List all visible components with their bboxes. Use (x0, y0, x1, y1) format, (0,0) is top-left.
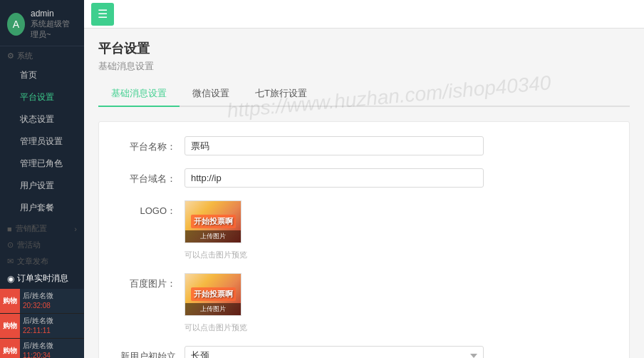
menu-toggle-button[interactable]: ☰ (91, 3, 114, 26)
domain-input[interactable] (185, 168, 484, 188)
tab-bar: 基础消息设置 微信设置 七T旅行设置 (98, 81, 630, 107)
gear-icon: ⚙ (7, 51, 14, 61)
page-wrapper: https://www.huzhan.com/ishop40340 平台设置 基… (84, 29, 644, 358)
sidebar-item-ads[interactable]: 用户套餐 (0, 197, 84, 219)
sidebar-nav: ⚙ 系统 首页 平台设置 状态设置 管理员设置 管理已角色 用户设置 用户套餐 … (0, 46, 84, 358)
notif-icon: ◉ (7, 274, 14, 284)
notif-content-2: 后/姓名微 11:20:34 (20, 339, 84, 358)
sidebar-item-platform[interactable]: 平台设置 (0, 86, 84, 108)
domain-label: 平台域名： (113, 168, 185, 185)
notif-item-0[interactable]: 购物 后/姓名微 20:32:08 (0, 289, 84, 314)
sidebar-item-users[interactable]: 用户设置 (0, 175, 84, 197)
logo-upload-btn[interactable]: 上传图片 (185, 230, 241, 242)
banner-upload-btn[interactable]: 上传图片 (185, 303, 241, 315)
logo-label: LOGO： (113, 200, 185, 218)
sidebar-section-activities: ⊙ 营活动 (0, 235, 84, 252)
main-content: ☰ https://www.huzhan.com/ishop40340 平台设置… (84, 0, 644, 358)
sidebar-header: A admin 系统超级管理员~ (0, 0, 84, 46)
platform-name-label: 平台名称： (113, 136, 185, 153)
sidebar-item-home[interactable]: 首页 (0, 64, 84, 86)
notif-item-2[interactable]: 购物 后/姓名微 11:20:34 (0, 339, 84, 358)
new-user-level-select[interactable]: 长颈 初级 中级 高级 (185, 346, 484, 358)
marketing-chevron: › (74, 225, 77, 233)
form-row-platform-name: 平台名称： (113, 136, 615, 155)
marketing-icon: ■ (7, 225, 12, 233)
banner-preview[interactable]: 开始投票啊 上传图片 (185, 273, 242, 316)
notif-content-0: 后/姓名微 20:32:08 (20, 289, 84, 313)
user-info: admin 系统超级管理员~ (31, 9, 77, 40)
banner-label: 百度图片： (113, 273, 185, 290)
sidebar-section-marketing: ■ 营销配置 › (0, 219, 84, 235)
sidebar: A admin 系统超级管理员~ ⚙ 系统 首页 平台设置 状态设置 管理员设置… (0, 0, 84, 358)
sidebar-item-roles[interactable]: 管理已角色 (0, 153, 84, 175)
form-row-domain: 平台域名： (113, 168, 615, 188)
user-role: 系统超级管理员~ (31, 19, 77, 40)
sidebar-item-mgmt[interactable]: 管理员设置 (0, 131, 84, 153)
form-row-banner: 百度图片： 开始投票啊 上传图片 可以点击图片预览 (113, 273, 615, 333)
tab-payment[interactable]: 微信设置 (180, 81, 242, 107)
banner-hint: 可以点击图片预览 (185, 322, 247, 333)
notif-badge-1: 购物 (0, 314, 20, 338)
banner-preview-text: 开始投票啊 (189, 286, 237, 304)
form-row-logo: LOGO： 开始投票啊 上传图片 可以点击图片预览 (113, 200, 615, 260)
platform-name-input[interactable] (185, 136, 484, 155)
tab-basic[interactable]: 基础消息设置 (98, 81, 180, 107)
banner-upload-area: 开始投票啊 上传图片 可以点击图片预览 (185, 273, 247, 333)
articles-icon: ✉ (7, 257, 14, 266)
page-title: 平台设置 (98, 40, 630, 57)
logo-hint: 可以点击图片预览 (185, 250, 247, 260)
logo-upload-area: 开始投票啊 上传图片 可以点击图片预览 (185, 200, 247, 260)
logo-preview[interactable]: 开始投票啊 上传图片 (185, 200, 242, 243)
page-subtitle: 基础消息设置 (98, 60, 630, 73)
avatar: A (7, 13, 25, 36)
notif-content-1: 后/姓名微 22:11:11 (20, 314, 84, 338)
sidebar-item-status[interactable]: 状态设置 (0, 108, 84, 131)
notif-item-1[interactable]: 购物 后/姓名微 22:11:11 (0, 314, 84, 339)
hamburger-icon: ☰ (98, 9, 108, 20)
notif-badge-2: 购物 (0, 339, 20, 358)
sidebar-section-articles: ✉ 文章发布 (0, 252, 84, 268)
settings-form: 平台名称： 平台域名： LOGO： 开始投票啊 上传图片 (98, 121, 630, 358)
form-row-new-user-level: 新用户初始立积： 长颈 初级 中级 高级 (113, 346, 615, 358)
logo-preview-text: 开始投票啊 (189, 213, 237, 231)
notif-badge-0: 购物 (0, 289, 20, 313)
tab-seven[interactable]: 七T旅行设置 (242, 81, 320, 107)
activities-icon: ⊙ (7, 240, 14, 250)
topbar: ☰ (84, 0, 644, 29)
notif-header: ◉ 订单实时消息 (0, 268, 84, 289)
new-user-level-label: 新用户初始立积： (113, 346, 185, 358)
sidebar-section-system: ⚙ 系统 (0, 46, 84, 64)
username: admin (31, 9, 77, 19)
